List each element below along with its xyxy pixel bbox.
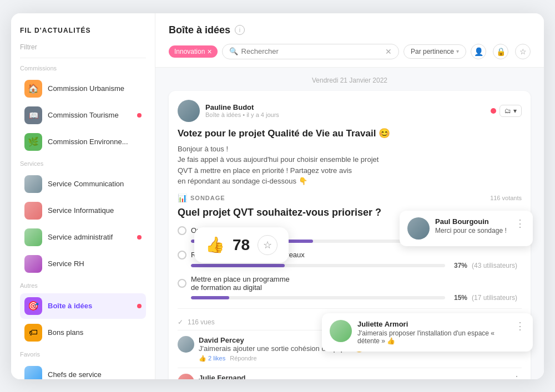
author-name: Pauline Budot: [205, 103, 485, 111]
header-icons: 👤 🔒 ☆: [471, 44, 531, 59]
sidebar-item-label: Commission Tourisme: [48, 111, 132, 119]
sort-dropdown[interactable]: Par pertinence ▾: [403, 44, 466, 59]
post-actions: 🗂 ▾: [491, 105, 522, 117]
thumbs-up-icon: 👍: [205, 236, 225, 254]
comment-likes-1[interactable]: 👍 2 likes: [199, 355, 225, 362]
poll-radio-3[interactable]: [178, 279, 186, 288]
sidebar-item-service-communication[interactable]: Service Communication: [20, 171, 146, 197]
sidebar-item-label: Chefs de service: [48, 370, 142, 379]
notification-dot: [137, 235, 142, 240]
sidebar-item-label: Service Communication: [48, 180, 142, 188]
section-label-commissions: Commissions: [20, 65, 146, 72]
author-avatar: [178, 100, 200, 122]
paul-comment-more-icon[interactable]: ⋮: [515, 217, 525, 230]
poll-users-3: (17 utilisateurs): [472, 294, 522, 302]
commenter-avatar-1: [178, 336, 194, 353]
home-icon: 🏠: [24, 80, 42, 98]
user-icon[interactable]: 👤: [471, 44, 486, 59]
comment-content-2: Julie Fernand Hâte de connaître le résul…: [199, 374, 507, 379]
notification-dot: [137, 113, 142, 118]
notification-dot: [137, 304, 142, 308]
sidebar-item-chefs-de-service[interactable]: Chefs de service: [20, 362, 146, 379]
post-header: Pauline Budot Boîte à idées • il y a 4 j…: [178, 100, 522, 122]
target-icon: 🎯: [24, 297, 42, 315]
paul-avatar: [407, 217, 430, 240]
sort-label: Par pertinence: [411, 48, 454, 55]
sidebar-item-service-rh[interactable]: Service RH: [20, 251, 146, 277]
poll-chart-icon: 📊: [178, 194, 187, 202]
poll-header: 📊 SONDAGE 116 votants: [178, 194, 522, 202]
sidebar-item-label: Service Informatique: [48, 206, 142, 215]
sidebar-item-label: Service administratif: [48, 233, 132, 241]
section-label-favoris: Favoris: [20, 351, 146, 358]
service-informatique-icon: [24, 202, 42, 220]
poll-bar-fill-3: [191, 296, 229, 299]
sidebar-item-label: Service RH: [48, 259, 142, 268]
search-icon: 🔍: [229, 47, 238, 55]
poll-pct-3: 15%: [450, 294, 467, 302]
comment-more-icon-2[interactable]: ⋮: [512, 374, 522, 379]
filter-label: Filtrer: [20, 43, 146, 51]
sidebar-item-boite-a-idees[interactable]: 🎯 Boîte à idées: [20, 293, 146, 319]
post-title: Votez pour le projet Qualité de Vie au T…: [178, 128, 522, 139]
sidebar-item-service-administratif[interactable]: Service administratif: [20, 225, 146, 250]
poll-users-2: (43 utilisateurs): [472, 262, 522, 269]
search-input[interactable]: [241, 47, 385, 55]
main-header: Boîte à idées i Innovation × 🔍 ✕ Par per…: [155, 13, 544, 68]
poll-option-text-3: Mettre en place un programmede formation…: [191, 275, 290, 292]
sidebar-item-commission-tourisme[interactable]: 📖 Commission Tourisme: [20, 103, 146, 128]
paul-comment-content: Paul Bourgouin Merci pour ce sondage !: [435, 217, 509, 235]
service-administratif-icon: [24, 228, 42, 246]
juliette-text: J'aimerais proposer l'installation d'un …: [357, 329, 509, 345]
header-title-row: Boîte à idées i: [169, 24, 531, 36]
post-action-button[interactable]: 🗂 ▾: [500, 105, 522, 117]
poll-option-3: Mettre en place un programmede formation…: [178, 275, 522, 302]
tag-icon: 🏷: [24, 324, 42, 342]
page-title: Boîte à idées: [169, 24, 230, 36]
lock-icon[interactable]: 🔒: [493, 44, 508, 59]
poll-label: SONDAGE: [190, 195, 225, 201]
poll-pct-2: 37%: [450, 262, 467, 269]
comment-bubble-juliette: Juliette Armori J'aimerais proposer l'in…: [322, 313, 533, 352]
section-label-services: Services: [20, 160, 146, 167]
sidebar-item-service-informatique[interactable]: Service Informatique: [20, 198, 146, 223]
sidebar-item-bons-plans[interactable]: 🏷 Bons plans: [20, 320, 146, 345]
like-bubble[interactable]: 👍 78 ☆: [194, 227, 289, 263]
poll-bar-fill-2: [191, 264, 285, 267]
tag-badge-innovation[interactable]: Innovation ×: [169, 45, 218, 58]
poll-radio-2[interactable]: [178, 251, 186, 259]
poll-radio-1[interactable]: [178, 226, 186, 235]
sidebar-item-label: Commission Urbanisme: [48, 84, 142, 93]
section-label-autres: Autres: [20, 282, 146, 289]
info-icon[interactable]: i: [235, 25, 245, 35]
checkmark-icon: ✓: [178, 318, 183, 326]
search-clear-button[interactable]: ✕: [385, 47, 392, 56]
comment-bubble-paul: Paul Bourgouin Merci pour ce sondage ! ⋮: [400, 211, 533, 246]
like-count: 78: [233, 236, 250, 254]
post-body: Bonjour à tous ! Je fais appel à vous au…: [178, 144, 522, 187]
juliette-comment-more-icon[interactable]: ⋮: [515, 320, 525, 332]
service-rh-icon: [24, 255, 42, 273]
post-meta: Boîte à idées • il y a 4 jours: [205, 111, 485, 118]
tag-remove-button[interactable]: ×: [207, 48, 211, 55]
service-communication-icon: [24, 175, 42, 193]
commenter-name-2: Julie Fernand: [199, 374, 507, 379]
comment-row-2: Julie Fernand Hâte de connaître le résul…: [178, 368, 522, 379]
filter-bar: Innovation × 🔍 ✕ Par pertinence ▾ 👤 🔒 ☆: [169, 44, 531, 67]
sidebar-item-commission-environne[interactable]: 🌿 Commission Environne...: [20, 129, 146, 155]
comment-reply-1[interactable]: Répondre: [230, 355, 256, 362]
sidebar-item-label: Boîte à idées: [48, 302, 132, 310]
paul-name: Paul Bourgouin: [435, 217, 509, 226]
card-icon: 🗂: [504, 107, 511, 115]
chefs-service-icon: [24, 366, 42, 379]
juliette-name: Juliette Armori: [357, 320, 509, 328]
sidebar-item-commission-urbanisme[interactable]: 🏠 Commission Urbanisme: [20, 76, 146, 101]
star-icon[interactable]: ☆: [515, 44, 531, 59]
sidebar-item-label: Bons plans: [48, 328, 142, 337]
sidebar: FIL D'ACTUALITÉS Filtrer Commissions 🏠 C…: [11, 13, 155, 379]
bookmark-button[interactable]: ☆: [258, 235, 278, 255]
paul-text: Merci pour ce sondage !: [435, 227, 509, 235]
poll-bar-bg-3: [191, 296, 445, 299]
chevron-down-icon: ▾: [513, 107, 517, 115]
commenter-avatar-2: [178, 374, 194, 379]
